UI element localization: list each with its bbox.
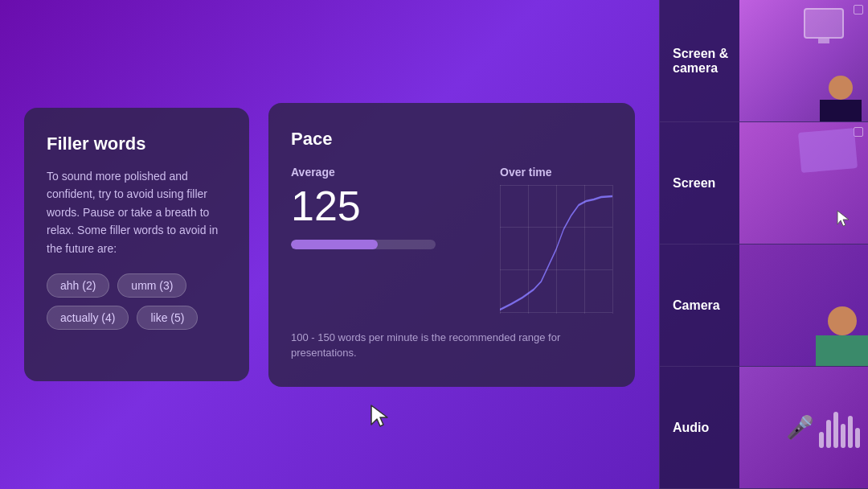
pace-bar-fill xyxy=(291,240,378,249)
pace-bar-background xyxy=(291,240,436,249)
filler-words-description: To sound more polished and confident, tr… xyxy=(47,167,227,257)
filler-tag-actually: actually (4) xyxy=(47,306,129,330)
sidebar-label-camera: Camera xyxy=(673,298,737,313)
audio-bar-5 xyxy=(848,416,853,448)
thumb-cursor-icon xyxy=(836,209,852,232)
thumb-c-bg xyxy=(739,244,868,366)
thumb-a-bg: 🎤 xyxy=(739,367,868,488)
grid-vline-3 xyxy=(556,185,557,314)
thumb-screen-shape xyxy=(804,8,844,39)
grid-vline-2 xyxy=(528,185,529,314)
audio-bar-3 xyxy=(833,412,838,448)
main-content: Filler words To sound more polished and … xyxy=(0,0,659,489)
filler-words-card: Filler words To sound more polished and … xyxy=(24,108,249,381)
sidebar-thumb-screen xyxy=(739,122,868,244)
pace-overtime-label: Over time xyxy=(500,166,612,179)
sidebar-item-screen-camera[interactable]: Screen &camera xyxy=(660,0,868,122)
sidebar-label-screen-camera: Screen &camera xyxy=(673,47,737,76)
pace-average-value: 125 xyxy=(291,185,468,227)
sidebar-label-screen: Screen xyxy=(673,176,737,191)
pace-overtime-section: Over time xyxy=(500,166,612,314)
sidebar-item-screen[interactable]: Screen xyxy=(660,122,868,244)
sidebar-label-audio: Audio xyxy=(673,421,737,435)
pace-average-label: Average xyxy=(291,166,468,179)
pace-card: Pace Average 125 Over time xyxy=(268,103,635,387)
audio-bars xyxy=(819,408,860,448)
pace-top-section: Average 125 Over time xyxy=(291,166,612,314)
sidebar-item-audio[interactable]: Audio 🎤 xyxy=(660,367,868,489)
audio-bar-6 xyxy=(855,428,860,448)
audio-bar-1 xyxy=(819,432,824,448)
grid-vline-5 xyxy=(612,185,613,314)
pace-chart xyxy=(500,185,612,314)
thumb-s-bg xyxy=(739,122,868,244)
thumb-min-btn xyxy=(854,5,863,14)
grid-vline-1 xyxy=(500,185,501,314)
pace-average-section: Average 125 xyxy=(291,166,468,249)
filler-words-title: Filler words xyxy=(47,134,227,154)
pace-title: Pace xyxy=(291,129,612,150)
cursor-icon xyxy=(370,404,392,434)
audio-bar-4 xyxy=(841,424,845,448)
filler-tag-ahh: ahh (2) xyxy=(47,273,109,298)
sidebar-thumb-camera xyxy=(739,244,868,366)
thumb-s-min-btn xyxy=(854,127,863,137)
filler-tags-container: ahh (2) umm (3) actually (4) like (5) xyxy=(47,273,227,330)
audio-bar-2 xyxy=(826,420,831,448)
filler-tag-umm: umm (3) xyxy=(117,273,186,298)
sidebar-thumb-audio: 🎤 xyxy=(739,367,868,488)
filler-tag-like: like (5) xyxy=(137,306,198,330)
thumb-sc-bg xyxy=(739,0,868,121)
sidebar-item-camera[interactable]: Camera xyxy=(660,244,868,367)
sidebar-thumb-screen-camera xyxy=(739,0,868,121)
pace-footnote: 100 - 150 words per minute is the recomm… xyxy=(291,314,612,361)
thumb-s-screen-shape xyxy=(798,128,858,173)
sidebar: Screen &camera Screen xyxy=(659,0,868,489)
grid-vline-4 xyxy=(584,185,585,314)
chart-grid xyxy=(500,185,612,314)
mic-icon: 🎤 xyxy=(786,414,814,441)
